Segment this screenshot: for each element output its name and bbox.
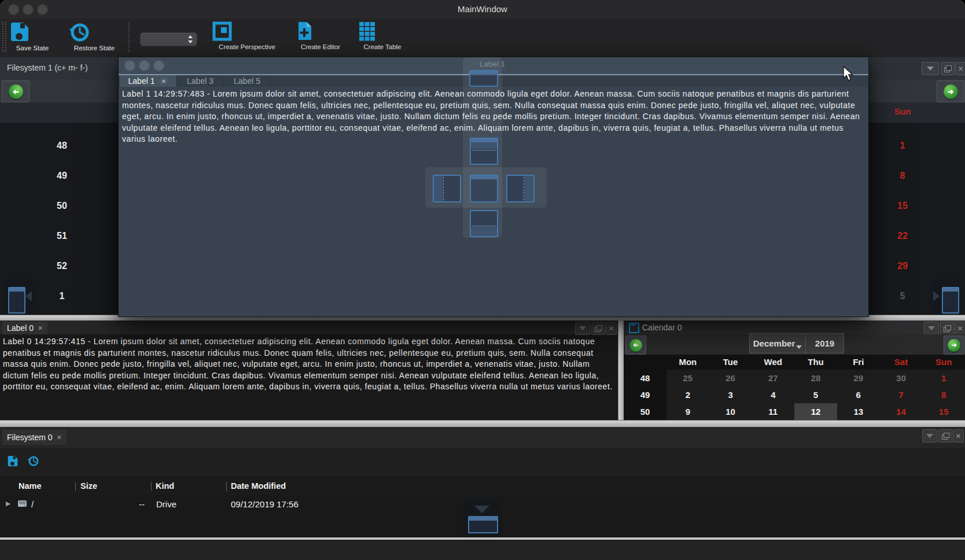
tab-filesystem0-text: Filesystem 0 bbox=[7, 433, 53, 442]
calendar0-day-header-row: MonTueWedThuFriSatSun bbox=[624, 355, 965, 370]
calendar-day-cell[interactable]: 28 bbox=[794, 370, 837, 386]
new-document-plus-icon bbox=[295, 21, 346, 42]
drop-right-icon[interactable] bbox=[506, 175, 535, 202]
year-button[interactable]: 2019 bbox=[805, 333, 844, 353]
calendar-day-cell[interactable]: 8 bbox=[882, 161, 923, 191]
float-dock-button[interactable] bbox=[938, 429, 952, 443]
float-window-icon bbox=[944, 65, 952, 72]
calendar-day-cell[interactable]: 26 bbox=[709, 370, 752, 386]
tab-label1[interactable]: Label 1 ✕ bbox=[120, 75, 177, 87]
arrow-left-icon: ➜ bbox=[9, 84, 23, 99]
status-bar bbox=[0, 540, 965, 560]
drop-right-edge-indicator[interactable] bbox=[931, 279, 960, 315]
calendar-day-cell[interactable]: 25 bbox=[666, 370, 709, 386]
calendar-day-cell[interactable]: 4 bbox=[752, 386, 794, 403]
drop-center-icon[interactable] bbox=[470, 175, 498, 202]
calendar-day-cell[interactable]: 15 bbox=[922, 403, 965, 420]
tab-menu-button[interactable] bbox=[922, 62, 939, 75]
toolbar-handle[interactable] bbox=[5, 22, 6, 52]
calendar-day-cell[interactable]: 10 bbox=[709, 403, 752, 420]
calendar-day-cell[interactable]: 9 bbox=[666, 403, 709, 420]
calendar-day-cell[interactable]: 29 bbox=[882, 251, 923, 281]
drop-above-icon[interactable] bbox=[470, 138, 498, 165]
calendar-day-cell[interactable]: 22 bbox=[882, 221, 923, 251]
close-tab-icon[interactable]: ✕ bbox=[57, 434, 62, 441]
drop-left-icon[interactable] bbox=[433, 175, 461, 202]
calendar0-titlebar[interactable]: Calendar 0 ✕ bbox=[624, 320, 965, 334]
create-perspective-button[interactable]: Create Perspective bbox=[212, 21, 282, 50]
calendar-day-cell[interactable]: 5 bbox=[882, 281, 923, 311]
week-number: 50 bbox=[624, 403, 666, 420]
restore-history-clock-icon[interactable] bbox=[27, 455, 39, 467]
calendar-day-cell[interactable]: 2 bbox=[666, 386, 709, 403]
calendar-day-cell[interactable]: 11 bbox=[752, 403, 794, 420]
drop-below-icon[interactable] bbox=[470, 210, 498, 237]
week-number: 1 bbox=[40, 281, 83, 311]
float-dock-button[interactable] bbox=[591, 322, 605, 335]
close-dock-button[interactable]: ✕ bbox=[606, 322, 617, 335]
calendar-day-cell[interactable]: 1 bbox=[922, 370, 965, 386]
tab-menu-button[interactable] bbox=[924, 322, 939, 335]
month-dropdown-button[interactable]: December bbox=[749, 333, 806, 353]
minimize-traffic-light[interactable] bbox=[139, 60, 150, 71]
calendar-day-cell[interactable]: 1 bbox=[882, 131, 923, 161]
column-header-kind[interactable]: Kind bbox=[156, 481, 174, 491]
perspective-select[interactable] bbox=[140, 32, 197, 46]
calendar-day-cell[interactable]: 5 bbox=[794, 386, 837, 403]
create-table-button[interactable]: Create Table bbox=[358, 21, 407, 50]
tab-menu-button[interactable] bbox=[575, 322, 590, 335]
toolbar-handle[interactable] bbox=[2, 22, 3, 52]
tab-filesystem0[interactable]: Filesystem 0 ✕ bbox=[2, 430, 67, 445]
save-state-button[interactable]: Save State bbox=[9, 21, 56, 51]
float-dock-button[interactable] bbox=[941, 62, 955, 75]
tab-label3[interactable]: Label 3 bbox=[177, 75, 224, 87]
column-header-size[interactable]: Size bbox=[80, 481, 97, 491]
save-floppy-icon[interactable] bbox=[7, 455, 19, 467]
close-tab-icon[interactable]: ✕ bbox=[38, 325, 43, 331]
calendar-day-cell[interactable]: 14 bbox=[880, 403, 923, 420]
calendar-day-cell[interactable]: 12 bbox=[794, 403, 837, 420]
tab-label0[interactable]: Label 0 ✕ bbox=[2, 322, 47, 334]
chevron-down-icon bbox=[926, 434, 933, 438]
calendar0-next-month-button[interactable]: ➜ bbox=[944, 336, 964, 355]
calendar-day-cell[interactable]: 15 bbox=[882, 191, 923, 221]
filesystem0-titlebar[interactable]: Filesystem 0 ✕ ✕ bbox=[0, 427, 965, 448]
expand-arrow-icon[interactable]: ▶ bbox=[6, 500, 10, 507]
drop-left-edge-indicator[interactable] bbox=[5, 279, 34, 315]
calendar-day-cell[interactable]: 13 bbox=[837, 403, 880, 420]
calendar-prev-month-button[interactable]: ➜ bbox=[2, 80, 30, 102]
tab-label5[interactable]: Label 5 bbox=[224, 75, 271, 87]
column-separator bbox=[151, 482, 152, 491]
tab-menu-button[interactable] bbox=[922, 429, 937, 443]
column-header-name[interactable]: Name bbox=[19, 481, 42, 491]
float-window-icon bbox=[942, 433, 949, 440]
calendar-icon bbox=[629, 323, 639, 333]
calendar-next-month-button[interactable]: ➜ bbox=[937, 80, 964, 102]
create-editor-button[interactable]: Create Editor bbox=[295, 21, 346, 50]
close-tab-icon[interactable]: ✕ bbox=[159, 77, 168, 86]
restore-state-button[interactable]: Restore State bbox=[68, 21, 120, 51]
drop-top-edge-icon[interactable] bbox=[469, 70, 498, 87]
close-dock-button[interactable]: ✕ bbox=[955, 62, 965, 75]
drop-bottom-edge-indicator[interactable] bbox=[463, 499, 502, 537]
float-dock-button[interactable] bbox=[940, 322, 954, 335]
label0-titlebar[interactable]: Label 0 ✕ ✕ bbox=[0, 320, 618, 334]
zoom-traffic-light[interactable] bbox=[153, 60, 164, 71]
close-dock-button[interactable]: ✕ bbox=[953, 429, 964, 443]
close-dock-button[interactable]: ✕ bbox=[955, 322, 965, 335]
table-header-row[interactable]: Name Size Kind Date Modified bbox=[0, 478, 965, 495]
drag-ghost-tab-label: Label 1 bbox=[473, 60, 511, 68]
calendar-day-cell[interactable]: 7 bbox=[880, 386, 923, 403]
calendar-day-cell[interactable]: 27 bbox=[752, 370, 794, 386]
calendar-day-cell[interactable]: 30 bbox=[880, 370, 923, 386]
close-traffic-light[interactable] bbox=[124, 60, 135, 71]
calendar0-prev-month-button[interactable]: ➜ bbox=[625, 336, 646, 355]
chevron-down-icon bbox=[927, 67, 934, 71]
calendar-day-cell[interactable]: 3 bbox=[709, 386, 752, 403]
column-header-date-modified[interactable]: Date Modified bbox=[231, 481, 286, 491]
file-name: / bbox=[31, 499, 34, 509]
calendar-day-cell[interactable]: 29 bbox=[837, 370, 880, 386]
calendar-day-cell[interactable]: 6 bbox=[837, 386, 880, 403]
calendar-day-cell[interactable]: 8 bbox=[922, 386, 965, 403]
tab-label1-text: Label 1 bbox=[128, 76, 155, 86]
